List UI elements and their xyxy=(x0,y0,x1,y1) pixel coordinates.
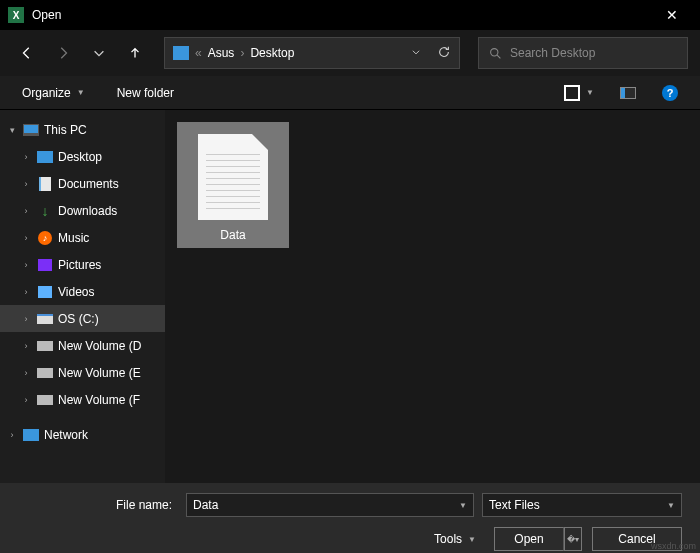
dialog-title: Open xyxy=(32,8,652,22)
tools-menu[interactable]: Tools▼ xyxy=(434,532,476,546)
chevron-down-icon[interactable]: ▼ xyxy=(667,501,675,510)
search-input[interactable] xyxy=(510,46,677,60)
tree-label: Desktop xyxy=(58,150,102,164)
tree-vol-e[interactable]: › New Volume (E xyxy=(0,359,165,386)
main-area: ▾ This PC › Desktop › Documents › ↓ Down… xyxy=(0,110,700,483)
help-icon: ? xyxy=(662,85,678,101)
svg-point-0 xyxy=(491,48,498,55)
excel-app-icon: X xyxy=(8,7,24,23)
monitor-icon xyxy=(23,124,39,136)
folder-icon xyxy=(173,46,189,60)
tree-music[interactable]: › ♪ Music xyxy=(0,224,165,251)
tree-pictures[interactable]: › Pictures xyxy=(0,251,165,278)
filename-combobox[interactable]: Data ▼ xyxy=(186,493,474,517)
document-icon xyxy=(39,177,51,191)
navigation-tree[interactable]: ▾ This PC › Desktop › Documents › ↓ Down… xyxy=(0,110,165,483)
titlebar: X Open ✕ xyxy=(0,0,700,30)
file-list-pane[interactable]: Data xyxy=(165,110,700,483)
tree-os-c[interactable]: › OS (C:) xyxy=(0,305,165,332)
filename-value: Data xyxy=(193,498,218,512)
filename-label: File name: xyxy=(18,498,178,512)
filetype-value: Text Files xyxy=(489,498,540,512)
download-icon: ↓ xyxy=(42,203,49,219)
tree-label: OS (C:) xyxy=(58,312,99,326)
back-button[interactable] xyxy=(12,38,42,68)
disk-icon xyxy=(37,314,53,324)
organize-menu[interactable]: Organize▼ xyxy=(16,82,91,104)
preview-pane-button[interactable] xyxy=(614,83,642,103)
chevron-down-icon[interactable]: ▼ xyxy=(459,501,467,510)
new-folder-button[interactable]: New folder xyxy=(111,82,180,104)
chevron-right-icon: › xyxy=(240,46,244,60)
breadcrumb-prefix: « xyxy=(195,46,202,60)
breadcrumb-desktop[interactable]: Desktop xyxy=(250,46,294,60)
view-icon xyxy=(564,85,580,101)
tree-network[interactable]: › Network xyxy=(0,421,165,448)
preview-pane-icon xyxy=(620,87,636,99)
address-dropdown-icon[interactable] xyxy=(411,46,421,60)
tree-label: Downloads xyxy=(58,204,117,218)
open-button[interactable]: Open xyxy=(494,527,564,551)
network-icon xyxy=(23,429,39,441)
file-item-data[interactable]: Data xyxy=(177,122,289,248)
tree-desktop[interactable]: › Desktop xyxy=(0,143,165,170)
nav-toolbar: « Asus › Desktop xyxy=(0,30,700,76)
videos-icon xyxy=(38,286,52,298)
search-box[interactable] xyxy=(478,37,688,69)
tree-label: Music xyxy=(58,231,89,245)
command-toolbar: Organize▼ New folder ▼ ? xyxy=(0,76,700,110)
filetype-combobox[interactable]: Text Files ▼ xyxy=(482,493,682,517)
search-icon xyxy=(489,47,502,60)
tree-label: New Volume (D xyxy=(58,339,141,353)
help-button[interactable]: ? xyxy=(656,81,684,105)
tree-documents[interactable]: › Documents xyxy=(0,170,165,197)
tree-label: Documents xyxy=(58,177,119,191)
tree-videos[interactable]: › Videos xyxy=(0,278,165,305)
disk-icon xyxy=(37,368,53,378)
view-menu[interactable]: ▼ xyxy=(558,81,600,105)
file-label: Data xyxy=(220,228,245,242)
tree-label: Network xyxy=(44,428,88,442)
tree-vol-f[interactable]: › New Volume (F xyxy=(0,386,165,413)
tree-label: This PC xyxy=(44,123,87,137)
chevron-down-icon[interactable]: ▾ xyxy=(6,125,18,135)
breadcrumb-asus[interactable]: Asus xyxy=(208,46,235,60)
svg-line-1 xyxy=(497,55,500,58)
tree-downloads[interactable]: › ↓ Downloads xyxy=(0,197,165,224)
tree-this-pc[interactable]: ▾ This PC xyxy=(0,116,165,143)
text-file-icon xyxy=(198,134,268,220)
disk-icon xyxy=(37,341,53,351)
watermark: wsxdn.com xyxy=(651,541,696,551)
desktop-icon xyxy=(37,151,53,163)
close-button[interactable]: ✕ xyxy=(652,0,692,30)
tree-label: Videos xyxy=(58,285,94,299)
refresh-button[interactable] xyxy=(437,45,451,62)
forward-button[interactable] xyxy=(48,38,78,68)
tree-label: New Volume (F xyxy=(58,393,140,407)
tree-label: Pictures xyxy=(58,258,101,272)
open-dropdown-button[interactable]: �▾ xyxy=(564,527,582,551)
up-button[interactable] xyxy=(120,38,150,68)
music-icon: ♪ xyxy=(38,231,52,245)
chevron-right-icon[interactable]: › xyxy=(20,152,32,162)
tree-vol-d[interactable]: › New Volume (D xyxy=(0,332,165,359)
address-bar[interactable]: « Asus › Desktop xyxy=(164,37,460,69)
bottom-bar: File name: Data ▼ Text Files ▼ Tools▼ Op… xyxy=(0,483,700,553)
disk-icon xyxy=(37,395,53,405)
open-button-split: Open �▾ xyxy=(494,527,582,551)
recent-dropdown-button[interactable] xyxy=(84,38,114,68)
pictures-icon xyxy=(38,259,52,271)
tree-label: New Volume (E xyxy=(58,366,141,380)
